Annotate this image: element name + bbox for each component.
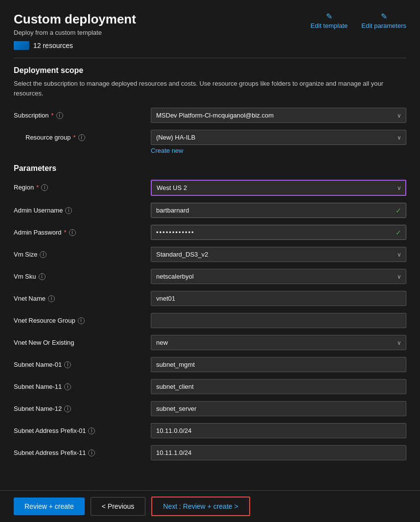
edit-template-link[interactable]: ✎ Edit template bbox=[310, 12, 348, 29]
vm-sku-select[interactable]: netscalerbyol bbox=[151, 269, 406, 284]
resource-count: 12 resources bbox=[33, 42, 73, 49]
edit-parameters-label: Edit parameters bbox=[361, 22, 406, 29]
admin-password-input[interactable] bbox=[151, 225, 406, 240]
subnet-name-12-control bbox=[151, 401, 406, 416]
admin-password-input-wrapper: ✓ bbox=[151, 225, 406, 240]
subnet-address-prefix-11-input[interactable] bbox=[151, 445, 406, 460]
subscription-select-wrapper: MSDev Platform-Cl-mcquiganol@biz.com bbox=[151, 108, 406, 123]
vnet-resource-group-input[interactable] bbox=[151, 313, 406, 328]
vm-sku-row: Vm Sku i netscalerbyol bbox=[14, 269, 406, 284]
vm-size-row: Vm Size i Standard_DS3_v2 bbox=[14, 247, 406, 262]
section-divider-1 bbox=[14, 58, 406, 58]
vnet-new-or-existing-select[interactable]: new bbox=[151, 335, 406, 350]
page-subtitle: Deploy from a custom template bbox=[14, 29, 406, 36]
subnet-name-11-row: Subnet Name-11 i bbox=[14, 379, 406, 394]
subnet-address-prefix-01-row: Subnet Address Prefix-01 i bbox=[14, 423, 406, 438]
top-actions: ✎ Edit template ✎ Edit parameters bbox=[310, 12, 406, 29]
vnet-new-or-existing-row: Vnet New Or Existing new bbox=[14, 335, 406, 350]
subnet-address-prefix-01-control bbox=[151, 423, 406, 438]
parameters-title: Parameters bbox=[14, 164, 406, 173]
subscription-label: Subscription * i bbox=[14, 108, 146, 119]
resource-group-select-wrapper: (New) HA-ILB bbox=[151, 130, 406, 145]
subnet-address-prefix-01-input[interactable] bbox=[151, 423, 406, 438]
subscription-select[interactable]: MSDev Platform-Cl-mcquiganol@biz.com bbox=[151, 108, 406, 123]
resource-badge: 12 resources bbox=[14, 41, 406, 50]
vnet-resource-group-row: Vnet Resource Group i bbox=[14, 313, 406, 328]
subscription-info-icon[interactable]: i bbox=[56, 112, 63, 119]
subnet-name-12-info-icon[interactable]: i bbox=[64, 405, 71, 412]
admin-username-input-wrapper: ✓ bbox=[151, 203, 406, 218]
subnet-address-prefix-11-info-icon[interactable]: i bbox=[88, 450, 95, 456]
vnet-name-input[interactable] bbox=[151, 291, 406, 306]
subnet-name-01-row: Subnet Name-01 i bbox=[14, 357, 406, 372]
subnet-name-01-label: Subnet Name-01 i bbox=[14, 357, 146, 368]
subnet-name-01-input[interactable] bbox=[151, 357, 406, 372]
region-select[interactable]: West US 2 bbox=[151, 180, 406, 196]
edit-template-label: Edit template bbox=[310, 22, 348, 29]
edit-parameters-link[interactable]: ✎ Edit parameters bbox=[361, 12, 406, 29]
resource-group-control: (New) HA-ILB Create new bbox=[151, 130, 406, 154]
resource-group-info-icon[interactable]: i bbox=[78, 134, 85, 141]
admin-username-info-icon[interactable]: i bbox=[65, 207, 72, 214]
vnet-name-label: Vnet Name i bbox=[14, 291, 146, 302]
vnet-resource-group-label: Vnet Resource Group i bbox=[14, 313, 146, 324]
admin-username-row: Admin Username i ✓ bbox=[14, 203, 406, 218]
vnet-name-info-icon[interactable]: i bbox=[48, 295, 55, 302]
subnet-name-11-info-icon[interactable]: i bbox=[64, 383, 71, 390]
vnet-name-row: Vnet Name i bbox=[14, 291, 406, 306]
subnet-name-12-input[interactable] bbox=[151, 401, 406, 416]
resource-group-required: * bbox=[73, 134, 76, 141]
resource-group-label: Resource group * i bbox=[14, 130, 146, 141]
subnet-name-11-input[interactable] bbox=[151, 379, 406, 394]
next-button[interactable]: Next : Review + create > bbox=[151, 497, 250, 516]
admin-password-control: ✓ bbox=[151, 225, 406, 240]
vm-size-select-wrapper: Standard_DS3_v2 bbox=[151, 247, 406, 262]
vm-sku-label: Vm Sku i bbox=[14, 269, 146, 280]
subnet-address-prefix-01-label: Subnet Address Prefix-01 i bbox=[14, 423, 146, 434]
vnet-resource-group-control bbox=[151, 313, 406, 328]
review-create-button[interactable]: Review + create bbox=[14, 498, 85, 515]
vnet-new-or-existing-select-wrapper: new bbox=[151, 335, 406, 350]
subnet-address-prefix-11-control bbox=[151, 445, 406, 460]
admin-username-check-icon: ✓ bbox=[396, 207, 401, 214]
subnet-address-prefix-11-label: Subnet Address Prefix-11 i bbox=[14, 445, 146, 456]
deployment-scope-title: Deployment scope bbox=[14, 66, 406, 75]
subnet-name-11-control bbox=[151, 379, 406, 394]
create-new-link[interactable]: Create new bbox=[151, 147, 183, 154]
resource-group-row: Resource group * i (New) HA-ILB Create n… bbox=[14, 130, 406, 154]
vnet-name-control bbox=[151, 291, 406, 306]
subnet-name-01-info-icon[interactable]: i bbox=[64, 361, 71, 368]
admin-username-input[interactable] bbox=[151, 203, 406, 218]
region-control: West US 2 bbox=[151, 180, 406, 196]
subscription-required: * bbox=[51, 112, 54, 119]
vnet-new-or-existing-control: new bbox=[151, 335, 406, 350]
admin-username-label: Admin Username i bbox=[14, 203, 146, 214]
edit-template-icon: ✎ bbox=[326, 12, 332, 21]
admin-password-info-icon[interactable]: i bbox=[69, 229, 76, 236]
region-label: Region * i bbox=[14, 180, 146, 191]
region-row: Region * i West US 2 bbox=[14, 180, 406, 196]
vm-sku-info-icon[interactable]: i bbox=[39, 273, 46, 280]
deployment-scope-desc: Select the subscription to manage deploy… bbox=[14, 79, 406, 98]
vnet-resource-group-info-icon[interactable]: i bbox=[78, 317, 85, 324]
subnet-name-12-label: Subnet Name-12 i bbox=[14, 401, 146, 412]
edit-parameters-icon: ✎ bbox=[381, 12, 387, 21]
admin-password-row: Admin Password * i ✓ bbox=[14, 225, 406, 240]
vm-size-select[interactable]: Standard_DS3_v2 bbox=[151, 247, 406, 262]
vm-size-info-icon[interactable]: i bbox=[40, 251, 47, 258]
admin-password-label: Admin Password * i bbox=[14, 225, 146, 236]
subnet-name-11-label: Subnet Name-11 i bbox=[14, 379, 146, 390]
vm-sku-control: netscalerbyol bbox=[151, 269, 406, 284]
vnet-new-or-existing-label: Vnet New Or Existing bbox=[14, 335, 146, 346]
resource-group-select[interactable]: (New) HA-ILB bbox=[151, 130, 406, 145]
bottom-bar: Review + create < Previous Next : Review… bbox=[0, 490, 420, 522]
admin-password-required: * bbox=[64, 229, 67, 236]
region-info-icon[interactable]: i bbox=[41, 184, 48, 191]
subscription-row: Subscription * i MSDev Platform-Cl-mcqui… bbox=[14, 108, 406, 123]
subnet-name-01-control bbox=[151, 357, 406, 372]
vm-size-label: Vm Size i bbox=[14, 247, 146, 258]
subnet-address-prefix-01-info-icon[interactable]: i bbox=[88, 427, 95, 434]
subnet-address-prefix-11-row: Subnet Address Prefix-11 i bbox=[14, 445, 406, 460]
previous-button[interactable]: < Previous bbox=[91, 497, 146, 516]
region-required: * bbox=[36, 184, 39, 191]
